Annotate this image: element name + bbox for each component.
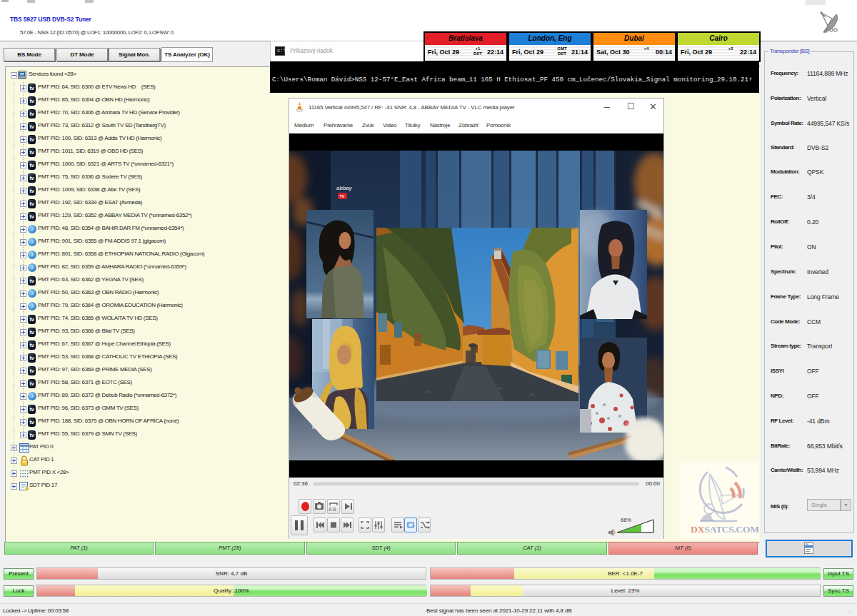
svg-text:TV: TV [340,194,345,198]
svg-text:SATCS.COM: SATCS.COM [705,524,759,535]
svg-text:DX: DX [691,524,705,535]
svg-text:A B: A B [329,507,336,512]
svg-text:abbay: abbay [336,185,353,191]
